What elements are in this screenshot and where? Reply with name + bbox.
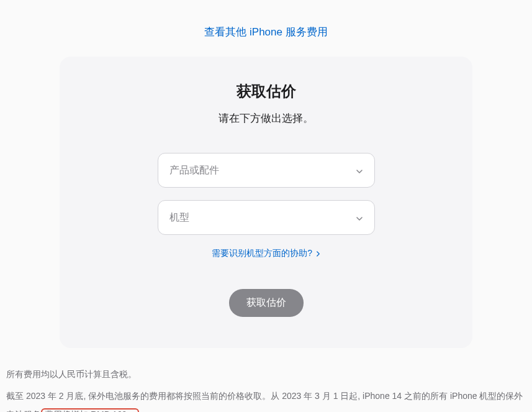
top-link-wrapper: 查看其他 iPhone 服务费用 [6, 0, 526, 57]
model-select[interactable]: 机型 [158, 200, 375, 235]
footer-line-2: 截至 2023 年 2 月底, 保外电池服务的费用都将按照当前的价格收取。从 2… [6, 387, 526, 412]
product-select[interactable]: 产品或配件 [158, 153, 375, 188]
get-estimate-button[interactable]: 获取估价 [229, 289, 304, 317]
highlight-annotation: 费用将增加 RMB 169。 [41, 408, 139, 412]
footer-line-1: 所有费用均以人民币计算且含税。 [6, 365, 526, 383]
footer-text: 所有费用均以人民币计算且含税。 截至 2023 年 2 月底, 保外电池服务的费… [6, 348, 526, 412]
model-select-wrapper: 机型 [158, 200, 375, 235]
other-iphone-fees-link[interactable]: 查看其他 iPhone 服务费用 [204, 26, 327, 38]
chevron-right-icon [316, 249, 320, 259]
card-subtitle: 请在下方做出选择。 [84, 111, 448, 126]
card-title: 获取估价 [84, 81, 448, 101]
product-select-wrapper: 产品或配件 [158, 153, 375, 188]
estimate-card: 获取估价 请在下方做出选择。 产品或配件 机型 需要识别机型方面的协助? [60, 57, 472, 348]
help-link-label: 需要识别机型方面的协助? [212, 248, 312, 258]
help-link-wrapper: 需要识别机型方面的协助? [84, 247, 448, 259]
model-select-placeholder: 机型 [169, 211, 189, 224]
identify-model-help-link[interactable]: 需要识别机型方面的协助? [212, 248, 320, 258]
product-select-placeholder: 产品或配件 [169, 164, 219, 177]
chevron-down-icon [356, 167, 363, 174]
chevron-down-icon [356, 214, 363, 221]
